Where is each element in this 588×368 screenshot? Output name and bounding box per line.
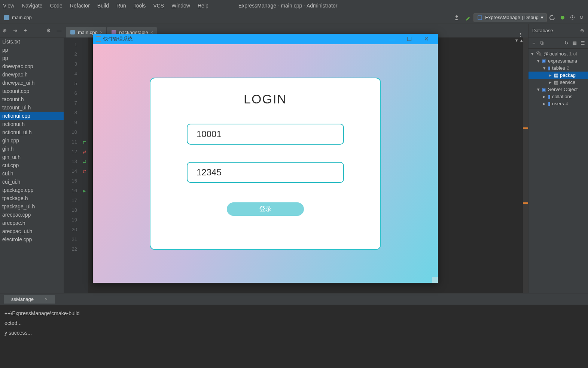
close-button[interactable]: ✕ [418,36,435,42]
cpp-file-icon [4,15,10,21]
error-stripe[interactable] [523,37,528,293]
project-panel: ⊕ ⇥ ÷ ⚙ — Lists.txtppppdnewpac.cppdnewpa… [0,24,64,293]
dialog-titlebar[interactable]: 快件管理系统 — ☐ ✕ [93,34,438,44]
chevron-down-icon[interactable]: ▾ [515,37,518,43]
console-output[interactable]: ++\ExpressManage\cmake-buildected...y su… [0,305,588,341]
copy-icon[interactable]: ⧉ [540,40,543,46]
file-item[interactable]: Lists.txt [0,37,64,46]
target-scope-icon[interactable]: ⊕ [1,28,7,34]
file-item[interactable]: nctionui_ui.h [0,128,64,136]
db-users[interactable]: ▸ ▮ users 4 [528,100,588,107]
db-server-objects[interactable]: ▾ ▣ Server Object [528,86,588,93]
user-icon[interactable] [454,14,461,21]
add-icon[interactable]: ＋ [531,40,536,46]
refresh-icon[interactable]: ↻ [564,40,569,46]
file-item[interactable]: tacount_ui.h [0,103,64,112]
db-datasource[interactable]: ▾ 🔌 @localhost 1 of [528,50,588,57]
db-table-service[interactable]: ▸ ▦ service [528,79,588,86]
open-file-tab[interactable]: main.cpp [2,15,33,21]
database-toolbar: ＋ ⧉ ↻ ▦ ☰ [528,37,588,49]
file-item[interactable]: tacount.h [0,95,64,103]
file-item[interactable]: cui.cpp [0,161,64,169]
panel-expand-icon[interactable]: ⊕ [580,28,584,33]
hammer-build-icon[interactable] [465,15,471,21]
menu-navigate[interactable]: Navigate [22,3,42,9]
menu-tools[interactable]: Tools [134,3,146,9]
schema-icon: ▣ [542,58,546,64]
stop-icon[interactable]: ▦ [572,40,577,46]
close-icon[interactable]: × [41,295,52,304]
menu-help[interactable]: Help [198,3,208,9]
open-file-name: main.cpp [12,15,32,20]
run-config-selector[interactable]: ExpressManage | Debug ▾ [473,13,547,22]
file-item[interactable]: pp [0,54,64,62]
gear-icon[interactable]: ⚙ [46,28,52,34]
resize-grip[interactable] [432,277,438,283]
bug-icon[interactable] [560,15,566,21]
collapse-icon[interactable]: ⇥ [12,28,18,34]
menu-build[interactable]: Build [97,3,109,9]
db-tables-folder[interactable]: ▾ ▮ tables 2 [528,64,588,72]
login-heading: LOGIN [244,92,287,106]
server-icon: ▣ [542,87,546,92]
db-connection-icon: 🔌 [536,51,542,57]
refresh-icon[interactable]: ↻ [579,15,584,20]
file-item[interactable]: arecpac_ui.h [0,227,64,235]
file-item[interactable]: cui.h [0,169,64,178]
file-item[interactable]: tpackage_ui.h [0,202,64,211]
file-item[interactable]: pp [0,46,64,54]
db-collations[interactable]: ▸ ▮ collations [528,93,588,100]
database-tree: ▾ 🔌 @localhost 1 of ▾ ▣ expressmana ▾ ▮ … [528,49,588,109]
folder-icon: ▮ [548,94,551,99]
gutter-marks: ⇄⇄⇄⇄▶ [80,37,88,293]
rerun-icon[interactable] [549,15,555,21]
maximize-button[interactable]: ☐ [400,36,418,42]
file-list: Lists.txtppppdnewpac.cppdnewpac.hdnewpac… [0,37,64,244]
main-menu-bar: View Navigate Code Refactor Build Run To… [0,0,588,11]
file-item[interactable]: tpackage.h [0,194,64,202]
file-item[interactable]: arecpac.cpp [0,211,64,219]
chevron-up-icon[interactable]: ▴ [520,37,523,43]
username-input[interactable] [187,124,344,145]
file-item[interactable]: dnewpac_ui.h [0,79,64,87]
file-item[interactable]: cui_ui.h [0,178,64,186]
menu-window[interactable]: Window [171,3,190,9]
file-item[interactable]: tacount.cpp [0,87,64,95]
db-schema[interactable]: ▾ ▣ expressmana [528,57,588,64]
menu-refactor[interactable]: Refactor [70,3,90,9]
locate-icon[interactable]: ⦿ [570,15,575,20]
bottom-panel: ssManage × ++\ExpressManage\cmake-builde… [0,293,588,368]
file-item[interactable]: gin.h [0,145,64,153]
db-table-package[interactable]: ▸ ▦ packag [528,72,588,79]
database-panel-title: Database [532,28,553,33]
menu-code[interactable]: Code [50,3,62,9]
menu-view[interactable]: View [3,3,14,9]
folder-icon: ▮ [548,101,551,106]
app-icon [96,36,101,42]
more-tabs-icon[interactable]: ⋮ [515,32,526,37]
file-item[interactable]: nctionui.h [0,120,64,128]
menu-vcs[interactable]: VCS [153,3,164,9]
run-config-label: ExpressManage | Debug [485,15,539,20]
file-item[interactable]: gin_ui.h [0,153,64,161]
dialog-title-text: 快件管理系统 [103,36,132,42]
bottom-tab[interactable]: ssManage × [4,295,55,304]
divide-icon[interactable]: ÷ [22,28,28,34]
minimize-button[interactable]: — [383,36,400,42]
chevron-down-icon: ▾ [541,15,543,20]
password-input[interactable] [187,162,344,183]
database-panel: Database ⊕ ＋ ⧉ ↻ ▦ ☰ ▾ 🔌 @localhost 1 of… [528,24,588,293]
file-item[interactable]: dnewpac.h [0,70,64,79]
file-item[interactable]: arecpac.h [0,219,64,227]
menu-run[interactable]: Run [116,3,126,9]
file-item[interactable]: electrole.cpp [0,235,64,244]
file-item[interactable]: gin.cpp [0,136,64,145]
file-item[interactable]: nctionui.cpp [0,112,64,120]
login-button[interactable]: 登录 [227,202,304,216]
file-item[interactable]: tpackage.cpp [0,186,64,194]
file-item[interactable]: dnewpac.cpp [0,62,64,70]
minimize-icon[interactable]: — [56,28,62,34]
storage-icon[interactable]: ☰ [581,40,585,46]
folder-icon: ▮ [548,65,551,71]
login-card: LOGIN 登录 [150,78,381,250]
